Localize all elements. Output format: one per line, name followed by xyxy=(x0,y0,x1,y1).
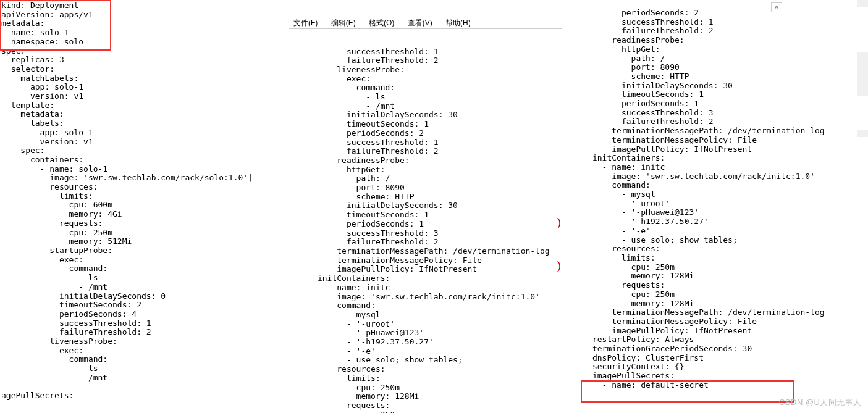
side-handle xyxy=(857,0,868,7)
yaml-content-right[interactable]: periodSeconds: 2 successThreshold: 1 fai… xyxy=(563,1,856,390)
editor-pane-left[interactable]: kind: Deployment apiVersion: apps/v1 met… xyxy=(0,0,287,413)
menu-edit[interactable]: 编辑(E) xyxy=(331,19,356,28)
menu-help[interactable]: 帮助(H) xyxy=(445,19,471,28)
menu-view[interactable]: 查看(V) xyxy=(408,19,432,28)
yaml-content-middle[interactable]: successThreshold: 1 failureThreshold: 2 … xyxy=(289,48,562,413)
watermark-text: CSDN @U人间无事人 xyxy=(779,397,862,408)
yaml-content-left[interactable]: kind: Deployment apiVersion: apps/v1 met… xyxy=(1,1,287,401)
menu-file[interactable]: 文件(F) xyxy=(293,19,318,28)
menu-format[interactable]: 格式(O) xyxy=(369,19,394,28)
editor-pane-right[interactable]: periodSeconds: 2 successThreshold: 1 fai… xyxy=(562,0,856,413)
menubar: 文件(F) 编辑(E) 格式(O) 查看(V) 帮助(H) xyxy=(289,18,562,29)
side-handle xyxy=(857,52,868,96)
editor-pane-middle[interactable]: 文件(F) 编辑(E) 格式(O) 查看(V) 帮助(H) successThr… xyxy=(287,0,562,413)
side-handle xyxy=(857,130,868,137)
